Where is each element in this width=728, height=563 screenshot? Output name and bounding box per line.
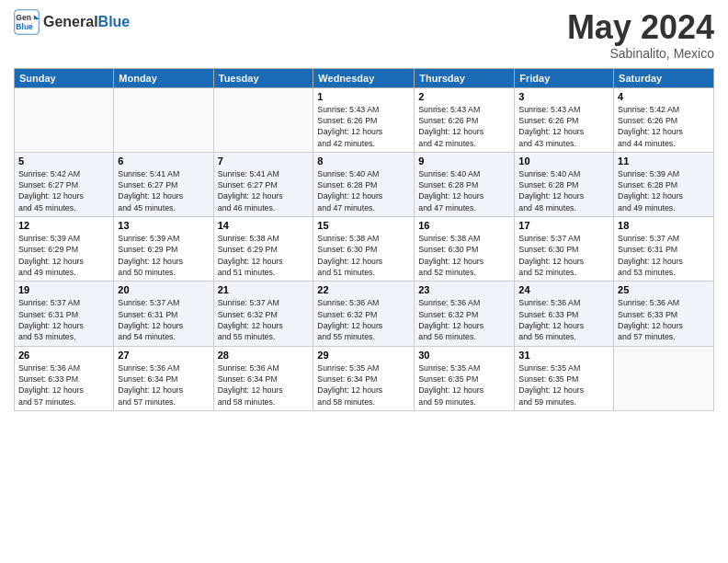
day-info: Sunrise: 5:35 AM Sunset: 6:35 PM Dayligh… [518,362,609,408]
day-number: 8 [317,155,410,167]
table-row: 5Sunrise: 5:42 AM Sunset: 6:27 PM Daylig… [15,152,114,216]
table-row: 17Sunrise: 5:37 AM Sunset: 6:30 PM Dayli… [515,217,614,282]
day-number: 1 [317,91,410,102]
day-number: 22 [317,284,410,295]
day-number: 3 [518,91,609,102]
day-info: Sunrise: 5:38 AM Sunset: 6:30 PM Dayligh… [317,233,410,278]
day-number: 19 [18,284,109,295]
calendar-week-row: 19Sunrise: 5:37 AM Sunset: 6:31 PM Dayli… [15,282,714,346]
table-row: 20Sunrise: 5:37 AM Sunset: 6:31 PM Dayli… [114,282,213,346]
logo-general: General [43,14,98,29]
calendar-week-row: 5Sunrise: 5:42 AM Sunset: 6:27 PM Daylig… [15,152,714,216]
table-row: 28Sunrise: 5:36 AM Sunset: 6:34 PM Dayli… [213,346,313,410]
table-row: 22Sunrise: 5:36 AM Sunset: 6:32 PM Dayli… [313,282,415,346]
day-info: Sunrise: 5:36 AM Sunset: 6:34 PM Dayligh… [218,362,310,408]
day-number: 7 [218,155,310,167]
svg-text:Blue: Blue [16,22,33,31]
day-info: Sunrise: 5:40 AM Sunset: 6:28 PM Dayligh… [518,168,609,213]
table-row [213,87,313,152]
table-row: 25Sunrise: 5:36 AM Sunset: 6:33 PM Dayli… [614,282,714,346]
day-info: Sunrise: 5:42 AM Sunset: 6:26 PM Dayligh… [618,104,710,149]
day-number: 20 [118,284,209,295]
day-number: 21 [218,284,310,295]
day-number: 29 [317,350,410,361]
table-row: 30Sunrise: 5:35 AM Sunset: 6:35 PM Dayli… [415,346,515,410]
day-info: Sunrise: 5:43 AM Sunset: 6:26 PM Dayligh… [518,104,609,149]
table-row: 21Sunrise: 5:37 AM Sunset: 6:32 PM Dayli… [213,282,313,346]
day-number: 18 [618,220,710,231]
header-saturday: Saturday [614,68,714,87]
table-row: 31Sunrise: 5:35 AM Sunset: 6:35 PM Dayli… [515,346,614,410]
location-subtitle: Sabinalito, Mexico [567,46,714,61]
table-row: 23Sunrise: 5:36 AM Sunset: 6:32 PM Dayli… [415,282,515,346]
day-number: 15 [317,220,410,231]
header-friday: Friday [515,68,614,87]
day-number: 27 [118,350,209,361]
day-number: 31 [518,350,609,361]
table-row: 26Sunrise: 5:36 AM Sunset: 6:33 PM Dayli… [15,346,114,410]
header: Gen Blue GeneralBlue May 2024 Sabinalito… [14,9,714,61]
logo: Gen Blue GeneralBlue [14,9,130,35]
table-row: 1Sunrise: 5:43 AM Sunset: 6:26 PM Daylig… [313,87,415,152]
day-number: 26 [18,350,109,361]
header-monday: Monday [114,68,213,87]
day-number: 25 [618,284,710,295]
day-info: Sunrise: 5:43 AM Sunset: 6:26 PM Dayligh… [317,104,410,149]
day-info: Sunrise: 5:36 AM Sunset: 6:34 PM Dayligh… [118,362,209,408]
calendar-week-row: 12Sunrise: 5:39 AM Sunset: 6:29 PM Dayli… [15,217,714,282]
header-wednesday: Wednesday [313,68,415,87]
logo-blue: Blue [98,14,131,29]
table-row: 11Sunrise: 5:39 AM Sunset: 6:28 PM Dayli… [614,152,714,216]
table-row: 3Sunrise: 5:43 AM Sunset: 6:26 PM Daylig… [515,87,614,152]
table-row: 24Sunrise: 5:36 AM Sunset: 6:33 PM Dayli… [515,282,614,346]
day-number: 11 [618,155,710,167]
day-number: 10 [518,155,609,167]
table-row: 6Sunrise: 5:41 AM Sunset: 6:27 PM Daylig… [114,152,213,216]
day-number: 4 [618,91,710,102]
day-number: 13 [118,220,209,231]
day-info: Sunrise: 5:38 AM Sunset: 6:29 PM Dayligh… [218,233,310,278]
calendar-week-row: 26Sunrise: 5:36 AM Sunset: 6:33 PM Dayli… [15,346,714,410]
page: Gen Blue GeneralBlue May 2024 Sabinalito… [0,0,728,420]
table-row: 10Sunrise: 5:40 AM Sunset: 6:28 PM Dayli… [515,152,614,216]
day-info: Sunrise: 5:35 AM Sunset: 6:34 PM Dayligh… [317,362,410,408]
day-number: 12 [18,220,109,231]
table-row: 7Sunrise: 5:41 AM Sunset: 6:27 PM Daylig… [213,152,313,216]
table-row: 27Sunrise: 5:36 AM Sunset: 6:34 PM Dayli… [114,346,213,410]
day-info: Sunrise: 5:39 AM Sunset: 6:28 PM Dayligh… [618,168,710,213]
table-row: 29Sunrise: 5:35 AM Sunset: 6:34 PM Dayli… [313,346,415,410]
day-info: Sunrise: 5:43 AM Sunset: 6:26 PM Dayligh… [418,104,510,149]
day-number: 9 [418,155,510,167]
day-info: Sunrise: 5:38 AM Sunset: 6:30 PM Dayligh… [418,233,510,278]
calendar-header-row: Sunday Monday Tuesday Wednesday Thursday… [15,68,714,87]
table-row: 9Sunrise: 5:40 AM Sunset: 6:28 PM Daylig… [415,152,515,216]
calendar-table: Sunday Monday Tuesday Wednesday Thursday… [14,68,714,411]
day-info: Sunrise: 5:37 AM Sunset: 6:30 PM Dayligh… [518,233,609,278]
day-number: 16 [418,220,510,231]
header-thursday: Thursday [415,68,515,87]
day-number: 24 [518,284,609,295]
logo-text: GeneralBlue [43,14,130,30]
day-info: Sunrise: 5:39 AM Sunset: 6:29 PM Dayligh… [18,233,109,278]
day-info: Sunrise: 5:36 AM Sunset: 6:33 PM Dayligh… [518,297,609,342]
day-info: Sunrise: 5:41 AM Sunset: 6:27 PM Dayligh… [218,168,310,213]
table-row: 4Sunrise: 5:42 AM Sunset: 6:26 PM Daylig… [614,87,714,152]
day-info: Sunrise: 5:40 AM Sunset: 6:28 PM Dayligh… [418,168,510,213]
day-number: 2 [418,91,510,102]
table-row: 12Sunrise: 5:39 AM Sunset: 6:29 PM Dayli… [15,217,114,282]
day-number: 6 [118,155,209,167]
table-row: 14Sunrise: 5:38 AM Sunset: 6:29 PM Dayli… [213,217,313,282]
day-info: Sunrise: 5:41 AM Sunset: 6:27 PM Dayligh… [118,168,209,213]
day-info: Sunrise: 5:42 AM Sunset: 6:27 PM Dayligh… [18,168,109,213]
table-row [15,87,114,152]
table-row [614,346,714,410]
day-number: 23 [418,284,510,295]
svg-text:Gen: Gen [16,13,31,22]
day-info: Sunrise: 5:39 AM Sunset: 6:29 PM Dayligh… [118,233,209,278]
table-row [114,87,213,152]
table-row: 8Sunrise: 5:40 AM Sunset: 6:28 PM Daylig… [313,152,415,216]
day-info: Sunrise: 5:36 AM Sunset: 6:33 PM Dayligh… [18,362,109,408]
month-title: May 2024 [567,9,714,46]
header-sunday: Sunday [15,68,114,87]
day-info: Sunrise: 5:37 AM Sunset: 6:31 PM Dayligh… [118,297,209,342]
